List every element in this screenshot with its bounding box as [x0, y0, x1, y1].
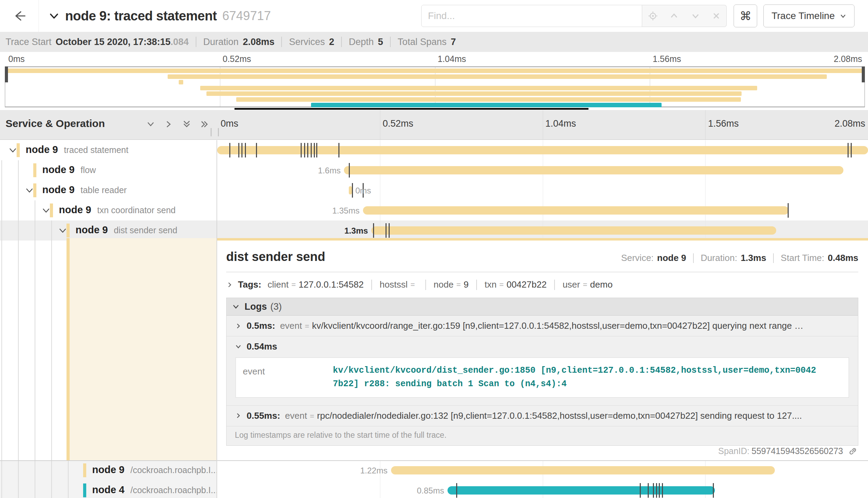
link-icon[interactable]: [848, 446, 858, 456]
chevron-right-icon[interactable]: [235, 412, 242, 419]
tag-item[interactable]: client=127.0.0.1:54582: [267, 279, 364, 290]
span-row[interactable]: node 9flow1.6ms: [0, 160, 868, 180]
summary-value: 5: [378, 37, 383, 47]
span-name-cell[interactable]: node 9table reader: [0, 180, 216, 200]
operation-name: flow: [80, 165, 96, 175]
span-bar-cell[interactable]: 1.35ms: [217, 200, 868, 220]
log-event-tick: [389, 223, 390, 238]
log-entry[interactable]: 0.54mseventkv/kvclient/kvcoord/dist_send…: [227, 336, 858, 405]
tag-item[interactable]: user=demo: [563, 279, 612, 290]
indent-guide: [1, 160, 2, 180]
logs-footnote: Log timestamps are relative to the start…: [227, 426, 858, 445]
span-row[interactable]: node 4/cockroach.roachpb.I...0.85ms: [0, 480, 868, 498]
log-entry[interactable]: 0.55ms:event=rpc/nodedialer/nodedialer.g…: [227, 405, 858, 426]
indent-guide: [51, 220, 52, 241]
span-row[interactable]: node 9dist sender send1.3ms: [0, 220, 868, 241]
chevron-down-icon[interactable]: [235, 343, 242, 350]
span-duration-bar[interactable]: [448, 486, 715, 495]
service-color-bar: [17, 143, 20, 157]
log-event-tick: [307, 143, 308, 157]
service-color-bar: [67, 224, 70, 237]
chevron-right-icon[interactable]: [235, 323, 242, 329]
log-event-tick: [349, 163, 350, 178]
span-expander-icon[interactable]: [25, 186, 34, 195]
summary-label: Services: [289, 37, 325, 47]
log-entry[interactable]: 0.5ms:event=kv/kvclient/kvcoord/range_it…: [227, 316, 858, 336]
span-row[interactable]: node 9traced statement: [0, 140, 868, 160]
log-entry-line: 0.54ms: [235, 341, 850, 352]
tag-value: 127.0.0.1:54582: [299, 279, 364, 290]
span-bar-cell[interactable]: [217, 140, 868, 160]
service-color-bar: [33, 163, 36, 177]
top-bar: node 9: traced statement 6749717 ⌘ Trace…: [0, 0, 868, 32]
collapse-all-icon[interactable]: [181, 119, 192, 129]
log-timestamp: 0.5ms:: [247, 320, 275, 331]
summary-value: 7: [451, 37, 456, 47]
find-input[interactable]: [421, 5, 642, 27]
indent-guide: [51, 238, 52, 460]
tags-row[interactable]: Tags: client=127.0.0.1:54582hostssl=node…: [226, 279, 858, 290]
span-bar-cell[interactable]: 0ms: [217, 180, 868, 200]
collapse-trace-icon[interactable]: [48, 10, 60, 21]
log-event-tick: [662, 483, 663, 498]
tag-key: txn: [485, 279, 497, 290]
span-name-cell[interactable]: node 9traced statement: [0, 140, 216, 160]
logs-header[interactable]: Logs (3): [227, 298, 858, 316]
name-column-divider[interactable]: [216, 140, 217, 498]
indent-guide: [1, 180, 2, 200]
equals-sign: =: [291, 280, 296, 289]
log-event-tick: [456, 483, 457, 498]
logs-title: Logs: [245, 301, 267, 312]
span-duration-bar[interactable]: [363, 206, 789, 215]
span-expander-icon[interactable]: [58, 226, 67, 235]
keyboard-shortcuts-button[interactable]: ⌘: [734, 4, 757, 27]
tag-item[interactable]: node=9: [434, 279, 469, 290]
span-bar-cell[interactable]: 1.22ms: [217, 460, 868, 480]
locate-icon[interactable]: [646, 9, 659, 22]
back-button[interactable]: [0, 0, 39, 32]
find-prev-icon[interactable]: [667, 9, 681, 22]
find-next-icon[interactable]: [689, 9, 702, 22]
span-row[interactable]: node 9table reader0ms: [0, 180, 868, 200]
tag-item[interactable]: hostssl=: [380, 279, 418, 290]
span-bar-cell[interactable]: 1.6ms: [217, 160, 868, 180]
span-expander-icon[interactable]: [42, 206, 51, 215]
page-title: node 9: traced statement: [65, 9, 217, 24]
equals-sign: =: [305, 322, 309, 331]
span-duration-bar[interactable]: [391, 466, 775, 474]
minimap-scroll-indicator[interactable]: [234, 108, 588, 110]
logs-accordion: Logs (3) 0.5ms:event=kv/kvclient/kvcoord…: [226, 298, 858, 446]
minimap[interactable]: [5, 66, 865, 107]
span-bar-cell[interactable]: 0.85ms: [217, 480, 868, 498]
log-field-table: eventkv/kvclient/kvcoord/dist_sender.go:…: [236, 357, 849, 398]
find-clear-icon[interactable]: [710, 10, 723, 22]
minimap-right-handle[interactable]: [862, 66, 865, 82]
span-duration-bar[interactable]: [344, 166, 843, 174]
tag-key: client: [267, 279, 289, 290]
span-duration-bar[interactable]: [371, 226, 776, 235]
span-duration-label: 0.85ms: [417, 486, 444, 496]
collapse-one-icon[interactable]: [145, 119, 156, 129]
expand-one-icon[interactable]: [163, 119, 174, 129]
span-expander-icon[interactable]: [8, 146, 17, 155]
span-name-cell[interactable]: node 4/cockroach.roachpb.I...: [0, 480, 216, 498]
span-name-cell[interactable]: node 9dist sender send: [0, 220, 216, 241]
meta-value: 1.3ms: [741, 253, 766, 263]
span-name-cell[interactable]: node 9txn coordinator send: [0, 200, 216, 220]
span-name-cell[interactable]: node 9flow: [0, 160, 216, 180]
tag-item[interactable]: txn=00427b22: [485, 279, 547, 290]
operation-name: /cockroach.roachpb.I...: [130, 485, 216, 495]
span-duration-bar[interactable]: [349, 186, 352, 194]
span-row[interactable]: node 9txn coordinator send1.35ms: [0, 200, 868, 220]
view-select-button[interactable]: Trace Timeline: [763, 4, 854, 27]
tag-key: user: [563, 279, 580, 290]
span-row[interactable]: node 9/cockroach.roachpb.I...1.22ms: [0, 460, 868, 480]
span-name-cell[interactable]: node 9/cockroach.roachpb.I...: [0, 460, 216, 480]
span-bar-cell[interactable]: 1.3ms: [217, 220, 868, 241]
span-duration-label: 1.35ms: [332, 206, 360, 216]
log-entry-line: 0.5ms:event=kv/kvclient/kvcoord/range_it…: [235, 320, 850, 331]
log-event-tick: [256, 143, 257, 157]
expand-all-icon[interactable]: [200, 119, 210, 129]
minimap-left-handle[interactable]: [5, 66, 8, 82]
indent-guide: [18, 180, 19, 200]
